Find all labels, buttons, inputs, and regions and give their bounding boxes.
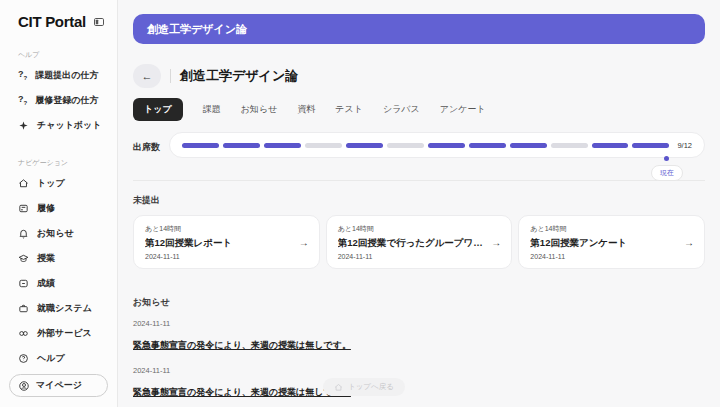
arrow-right-icon: → bbox=[299, 237, 309, 248]
sidebar-item-label: 課題提出の仕方 bbox=[35, 69, 98, 82]
card-date: 2024-11-11 bbox=[145, 253, 308, 260]
sidebar-item-external-services[interactable]: 外部サービス bbox=[0, 321, 117, 346]
unsubmitted-label: 未提出 bbox=[133, 194, 705, 207]
briefcase-icon bbox=[18, 303, 29, 314]
tab-survey[interactable]: アンケート bbox=[440, 103, 486, 116]
tab-announcements[interactable]: お知らせ bbox=[241, 103, 278, 116]
notices-label: お知らせ bbox=[133, 296, 705, 309]
user-icon bbox=[18, 380, 30, 392]
course-title: 創造工学デザイン論 bbox=[180, 67, 298, 85]
attendance-segment-present bbox=[223, 143, 260, 148]
card-date: 2024-11-11 bbox=[338, 253, 501, 260]
card-deadline: あと14時間 bbox=[338, 224, 501, 234]
attendance-segment-present bbox=[346, 143, 383, 148]
attendance-segment-present bbox=[632, 143, 669, 148]
sidebar-item-assignment-howto[interactable]: ?? 課題提出の仕方 bbox=[0, 63, 117, 88]
back-button[interactable]: ← bbox=[133, 64, 161, 88]
tab-tests[interactable]: テスト bbox=[335, 103, 363, 116]
attendance-segments bbox=[182, 143, 669, 148]
card-deadline: あと14時間 bbox=[145, 224, 308, 234]
sidebar-item-career-system[interactable]: 就職システム bbox=[0, 296, 117, 321]
notice-link[interactable]: 緊急事態宣言の発令により、来週の授業は無しです。 bbox=[133, 386, 351, 399]
attendance-segment-absent bbox=[387, 143, 424, 148]
notice-link[interactable]: 緊急事態宣言の発令により、来週の授業は無しです。 bbox=[133, 339, 351, 352]
sidebar-item-label: ヘルプ bbox=[37, 352, 65, 365]
sidebar-item-chatbot[interactable]: チャットボット bbox=[0, 113, 117, 138]
mypage-button[interactable]: マイページ bbox=[9, 374, 108, 397]
sidebar-item-label: トップ bbox=[37, 177, 65, 190]
attendance-segment-present bbox=[428, 143, 465, 148]
mypage-label: マイページ bbox=[36, 379, 82, 392]
tab-materials[interactable]: 資料 bbox=[297, 103, 315, 116]
course-banner-title: 創造工学デザイン論 bbox=[147, 22, 247, 37]
sidebar-item-registration-howto[interactable]: ?? 履修登録の仕方 bbox=[0, 88, 117, 113]
assignment-card[interactable]: あと14時間 第12回授業で行ったグループワークの途中経過… 2024-11-1… bbox=[326, 215, 513, 269]
sidebar-header: CIT Portal bbox=[0, 0, 117, 30]
tab-syllabus[interactable]: シラバス bbox=[383, 103, 420, 116]
main-content: 創造工学デザイン論 ← 創造工学デザイン論 トップ 課題 お知らせ 資料 テスト… bbox=[133, 0, 705, 407]
sidebar-item-help[interactable]: ヘルプ bbox=[0, 346, 117, 371]
tab-assignments[interactable]: 課題 bbox=[203, 103, 221, 116]
sparkle-icon bbox=[18, 120, 29, 131]
card-deadline: あと14時間 bbox=[530, 224, 693, 234]
courses-icon bbox=[18, 203, 29, 214]
sidebar-item-label: チャットボット bbox=[37, 119, 101, 132]
sidebar-item-label: 授業 bbox=[37, 252, 55, 265]
course-header: ← 創造工学デザイン論 bbox=[133, 64, 705, 88]
notice-date: 2024-11-11 bbox=[133, 366, 705, 375]
tab-top[interactable]: トップ bbox=[133, 98, 183, 121]
attendance-bar-wrap: 9/12 現在 bbox=[169, 132, 705, 158]
notice-item: 2024-11-11 緊急事態宣言の発令により、来週の授業は無しです。 bbox=[133, 366, 705, 403]
vertical-divider bbox=[170, 69, 171, 83]
unsubmitted-section: 未提出 あと14時間 第12回授業レポート 2024-11-11 → あと14時… bbox=[133, 194, 705, 269]
grades-icon bbox=[18, 278, 29, 289]
attendance-segment-present bbox=[182, 143, 219, 148]
home-icon bbox=[18, 178, 29, 189]
back-to-top-label: トップへ戻る bbox=[348, 382, 394, 392]
bell-icon bbox=[18, 228, 29, 239]
arrow-right-icon: → bbox=[684, 237, 694, 248]
sidebar-section-nav-label: ナビゲーション bbox=[18, 158, 117, 168]
home-icon bbox=[334, 383, 343, 392]
assignment-card[interactable]: あと14時間 第12回授業アンケート 2024-11-11 → bbox=[518, 215, 705, 269]
sidebar-section-help-label: ヘルプ bbox=[18, 50, 117, 60]
sidebar-item-label: 履修 bbox=[37, 202, 55, 215]
section-divider bbox=[133, 180, 705, 181]
sidebar-toggle-icon[interactable] bbox=[93, 16, 105, 28]
attendance-segment-present bbox=[469, 143, 506, 148]
attendance-bar: 9/12 bbox=[169, 132, 705, 158]
sidebar-item-label: お知らせ bbox=[37, 227, 74, 240]
current-dot bbox=[664, 156, 669, 161]
classes-icon bbox=[18, 253, 29, 264]
double-question-icon: ?? bbox=[18, 95, 27, 106]
sidebar-item-label: 就職システム bbox=[37, 302, 92, 315]
link-icon bbox=[18, 328, 29, 339]
sidebar-item-top[interactable]: トップ bbox=[0, 171, 117, 196]
attendance-segment-present bbox=[592, 143, 629, 148]
back-to-top-button[interactable]: トップへ戻る bbox=[323, 378, 405, 396]
app-title: CIT Portal bbox=[18, 13, 86, 30]
course-tabs: トップ 課題 お知らせ 資料 テスト シラバス アンケート bbox=[133, 100, 705, 118]
arrow-left-icon: ← bbox=[142, 70, 153, 82]
current-badge: 現在 bbox=[651, 165, 683, 181]
attendance-segment-absent bbox=[305, 143, 342, 148]
attendance-segment-present bbox=[510, 143, 547, 148]
double-question-icon: ?? bbox=[18, 70, 27, 81]
card-title: 第12回授業アンケート bbox=[530, 237, 693, 250]
help-circle-icon bbox=[18, 353, 29, 364]
unsubmitted-cards: あと14時間 第12回授業レポート 2024-11-11 → あと14時間 第1… bbox=[133, 215, 705, 269]
sidebar-item-courses[interactable]: 履修 bbox=[0, 196, 117, 221]
assignment-card[interactable]: あと14時間 第12回授業レポート 2024-11-11 → bbox=[133, 215, 320, 269]
notice-date: 2024-11-11 bbox=[133, 319, 705, 328]
card-date: 2024-11-11 bbox=[530, 253, 693, 260]
sidebar-item-announcements[interactable]: お知らせ bbox=[0, 221, 117, 246]
notices-section: お知らせ 2024-11-11 緊急事態宣言の発令により、来週の授業は無しです。… bbox=[133, 296, 705, 407]
sidebar-item-classes[interactable]: 授業 bbox=[0, 246, 117, 271]
attendance-segment-absent bbox=[551, 143, 588, 148]
sidebar-item-grades[interactable]: 成績 bbox=[0, 271, 117, 296]
sidebar: CIT Portal ヘルプ ?? 課題提出の仕方 ?? 履修登録の仕方 チャッ… bbox=[0, 0, 118, 407]
notice-item: 2024-11-11 緊急事態宣言の発令により、来週の授業は無しです。 bbox=[133, 319, 705, 356]
attendance-section: 出席数 9/12 現在 bbox=[133, 132, 705, 158]
card-title: 第12回授業レポート bbox=[145, 237, 308, 250]
course-banner: 創造工学デザイン論 bbox=[133, 14, 705, 44]
